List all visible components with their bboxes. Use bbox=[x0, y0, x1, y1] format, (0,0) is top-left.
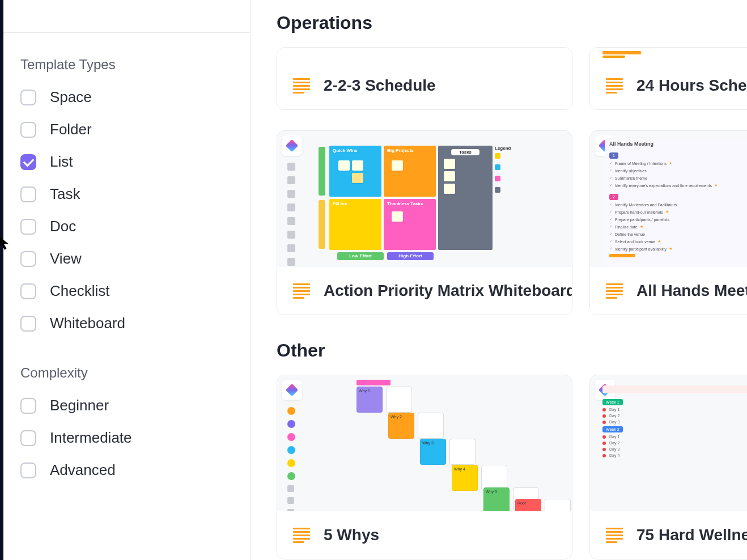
filter-view[interactable]: View bbox=[20, 250, 230, 268]
card-row: Why 1 Why 2 Why 3 Why 4 Why 5 Root 5 Why… bbox=[277, 375, 747, 559]
checkbox-icon[interactable] bbox=[20, 219, 36, 235]
list-icon bbox=[606, 283, 623, 298]
list-icon bbox=[606, 78, 623, 93]
checkbox-icon[interactable] bbox=[20, 430, 36, 446]
checkbox-icon[interactable] bbox=[20, 186, 36, 202]
filter-doc[interactable]: Doc bbox=[20, 218, 230, 235]
list-icon bbox=[606, 528, 623, 542]
filter-intermediate[interactable]: Intermediate bbox=[20, 429, 230, 447]
section-heading-other: Other bbox=[277, 340, 747, 361]
filter-list[interactable]: List bbox=[20, 153, 230, 171]
complexity-list: Beginner Intermediate Advanced bbox=[20, 397, 230, 479]
list-icon bbox=[293, 78, 310, 93]
checkbox-icon[interactable] bbox=[20, 398, 36, 414]
checkbox-icon[interactable] bbox=[20, 463, 36, 478]
preview-thumbnail bbox=[590, 48, 747, 62]
template-card-24-hours-schedule[interactable]: 24 Hours Schedule bbox=[589, 47, 747, 110]
filter-label: Doc bbox=[50, 218, 76, 235]
template-types-heading: Template Types bbox=[20, 57, 230, 73]
filter-whiteboard[interactable]: Whiteboard bbox=[20, 315, 230, 332]
card-preview bbox=[590, 48, 747, 62]
list-icon bbox=[293, 528, 310, 542]
card-footer: 5 Whys bbox=[277, 511, 572, 559]
checkbox-icon[interactable] bbox=[20, 154, 36, 170]
filter-task[interactable]: Task bbox=[20, 185, 230, 203]
card-row: 2-2-3 Schedule 24 Hours Schedule bbox=[277, 47, 747, 110]
preview-thumbnail: Week 1 Day 1 Day 2 Day 3 Week 2 Day 1 Da… bbox=[590, 375, 747, 511]
template-gallery: Operations 2-2-3 Schedule 24 Hours Sched… bbox=[251, 0, 747, 560]
card-footer: 75 Hard Wellness Challenge bbox=[590, 511, 747, 559]
filter-label: Whiteboard bbox=[50, 315, 125, 332]
checkbox-icon[interactable] bbox=[20, 90, 36, 105]
window-left-edge bbox=[0, 0, 3, 560]
filter-space[interactable]: Space bbox=[20, 88, 230, 106]
filter-label: List bbox=[50, 153, 73, 171]
card-title: All Hands Meeting bbox=[636, 282, 747, 300]
checkbox-icon[interactable] bbox=[20, 122, 36, 138]
card-title: Action Priority Matrix Whiteboard bbox=[324, 282, 572, 300]
card-preview: Week 1 Day 1 Day 2 Day 3 Week 2 Day 1 Da… bbox=[590, 375, 747, 511]
card-footer: All Hands Meeting bbox=[590, 267, 747, 315]
template-card-5-whys[interactable]: Why 1 Why 2 Why 3 Why 4 Why 5 Root 5 Why… bbox=[277, 375, 572, 559]
card-title: 75 Hard Wellness Challenge bbox=[636, 526, 747, 544]
filter-sidebar: Template Types Space Folder List Task Do… bbox=[0, 0, 251, 560]
checkbox-icon[interactable] bbox=[20, 283, 36, 299]
preview-thumbnail: All Hands Meeting 1 Frame of Meeting / I… bbox=[605, 138, 747, 267]
complexity-heading: Complexity bbox=[20, 365, 230, 381]
card-footer: 24 Hours Schedule bbox=[590, 62, 747, 109]
preview-thumbnail: Why 1 Why 2 Why 3 Why 4 Why 5 Root bbox=[277, 375, 572, 511]
card-title: 24 Hours Schedule bbox=[636, 77, 747, 95]
filter-beginner[interactable]: Beginner bbox=[20, 397, 230, 414]
template-types-list: Space Folder List Task Doc View Checklis… bbox=[20, 88, 230, 332]
preview-thumbnail: Quick Wins Big Projects Fill Ins Thankle… bbox=[277, 131, 572, 267]
filter-label: View bbox=[50, 250, 82, 268]
card-footer: 2-2-3 Schedule bbox=[277, 62, 572, 109]
section-heading-operations: Operations bbox=[277, 12, 747, 33]
template-card-2-2-3-schedule[interactable]: 2-2-3 Schedule bbox=[277, 47, 572, 110]
card-preview bbox=[277, 48, 572, 62]
template-card-all-hands-meeting[interactable]: All Hands Meeting 1 Frame of Meeting / I… bbox=[589, 130, 747, 315]
filter-folder[interactable]: Folder bbox=[20, 121, 230, 138]
card-title: 2-2-3 Schedule bbox=[324, 77, 436, 95]
complexity-section: Complexity Beginner Intermediate Advance… bbox=[20, 365, 230, 479]
cursor-icon bbox=[0, 235, 12, 251]
list-icon bbox=[293, 283, 310, 298]
sidebar-divider bbox=[0, 16, 250, 33]
filter-label: Advanced bbox=[50, 461, 116, 479]
card-preview: All Hands Meeting 1 Frame of Meeting / I… bbox=[590, 131, 747, 267]
checkbox-icon[interactable] bbox=[20, 316, 36, 332]
filter-label: Folder bbox=[50, 121, 92, 138]
card-preview: Quick Wins Big Projects Fill Ins Thankle… bbox=[277, 131, 572, 267]
card-preview: Why 1 Why 2 Why 3 Why 4 Why 5 Root bbox=[277, 375, 572, 511]
filter-checklist[interactable]: Checklist bbox=[20, 282, 230, 300]
filter-label: Intermediate bbox=[50, 429, 132, 447]
filter-label: Task bbox=[50, 185, 80, 203]
filter-label: Beginner bbox=[50, 397, 109, 414]
template-card-action-priority-matrix[interactable]: Quick Wins Big Projects Fill Ins Thankle… bbox=[277, 130, 572, 315]
filter-advanced[interactable]: Advanced bbox=[20, 461, 230, 479]
card-title: 5 Whys bbox=[324, 526, 379, 544]
filter-label: Space bbox=[50, 88, 92, 106]
card-footer: Action Priority Matrix Whiteboard bbox=[277, 267, 572, 315]
card-row: Quick Wins Big Projects Fill Ins Thankle… bbox=[277, 130, 747, 315]
checkbox-icon[interactable] bbox=[20, 251, 36, 267]
template-card-75-hard[interactable]: Week 1 Day 1 Day 2 Day 3 Week 2 Day 1 Da… bbox=[589, 375, 747, 559]
filter-label: Checklist bbox=[50, 282, 109, 300]
